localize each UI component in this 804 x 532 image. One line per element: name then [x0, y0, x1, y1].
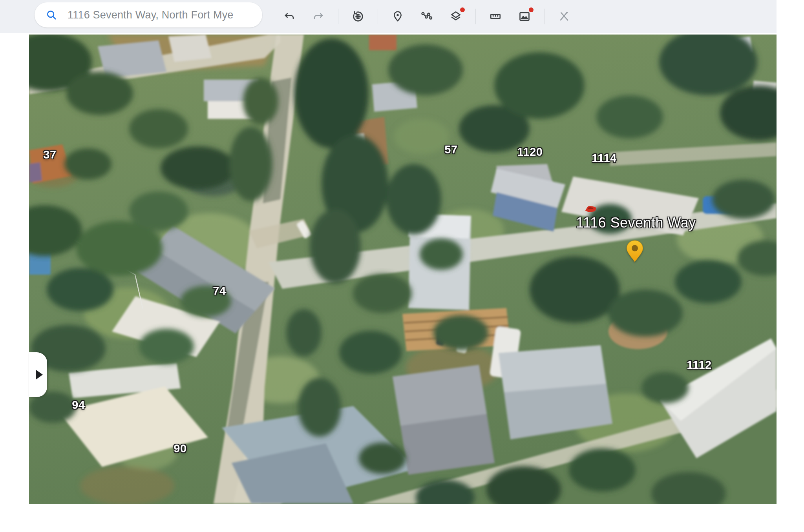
- photo-icon: [518, 10, 531, 23]
- parcel-label: 57: [444, 143, 457, 156]
- parcel-label: 1114: [592, 152, 616, 165]
- measure-button[interactable]: [485, 6, 506, 27]
- photo-button[interactable]: [514, 6, 535, 27]
- notification-dot: [529, 7, 534, 12]
- redo-icon: [312, 10, 325, 23]
- tools-icon: [558, 10, 570, 23]
- undo-button[interactable]: [279, 6, 300, 27]
- parcel-label: 90: [174, 442, 186, 455]
- toolbar-separator: [338, 9, 338, 24]
- map-style-button[interactable]: [445, 6, 466, 27]
- parcel-label: 94: [72, 399, 85, 412]
- toolbar-separator: [475, 9, 476, 24]
- path-icon: [420, 10, 433, 23]
- search-input[interactable]: 1116 Seventh Way, North Fort Mye: [68, 9, 234, 21]
- parcel-label: 74: [213, 284, 226, 297]
- placemark-icon: [391, 10, 404, 23]
- reset-view-button[interactable]: [347, 6, 369, 27]
- toolbar-buttons: [275, 0, 579, 33]
- notification-dot: [460, 7, 465, 12]
- undo-icon: [283, 10, 296, 23]
- parcel-label: 1120: [517, 146, 543, 159]
- parcel-label: 37: [43, 148, 56, 161]
- redo-button[interactable]: [308, 6, 329, 27]
- tools-button[interactable]: [554, 6, 575, 27]
- aerial-imagery: [29, 35, 777, 504]
- search-icon: [46, 9, 57, 21]
- toolbar: 1116 Seventh Way, North Fort Mye: [0, 0, 777, 33]
- red-car: [584, 204, 598, 213]
- parcel-label: 1112: [687, 359, 711, 372]
- add-placemark-button[interactable]: [387, 6, 408, 27]
- google-earth-window: 1116 Seventh Way, North Fort Mye: [0, 0, 804, 532]
- location-pin[interactable]: [625, 240, 644, 262]
- sidebar-expand-button[interactable]: [29, 352, 47, 397]
- chevron-right-icon: [36, 370, 43, 379]
- add-path-button[interactable]: [416, 6, 437, 27]
- toolbar-separator: [378, 9, 378, 24]
- reset-view-icon: [352, 10, 364, 23]
- toolbar-separator: [544, 9, 545, 24]
- ruler-icon: [489, 10, 502, 23]
- map-viewport[interactable]: 3757112011147494901112 1116 Seventh Way: [29, 35, 777, 504]
- layers-icon: [450, 10, 462, 23]
- street-label: 1116 Seventh Way: [576, 215, 696, 231]
- search-bar[interactable]: 1116 Seventh Way, North Fort Mye: [35, 2, 262, 27]
